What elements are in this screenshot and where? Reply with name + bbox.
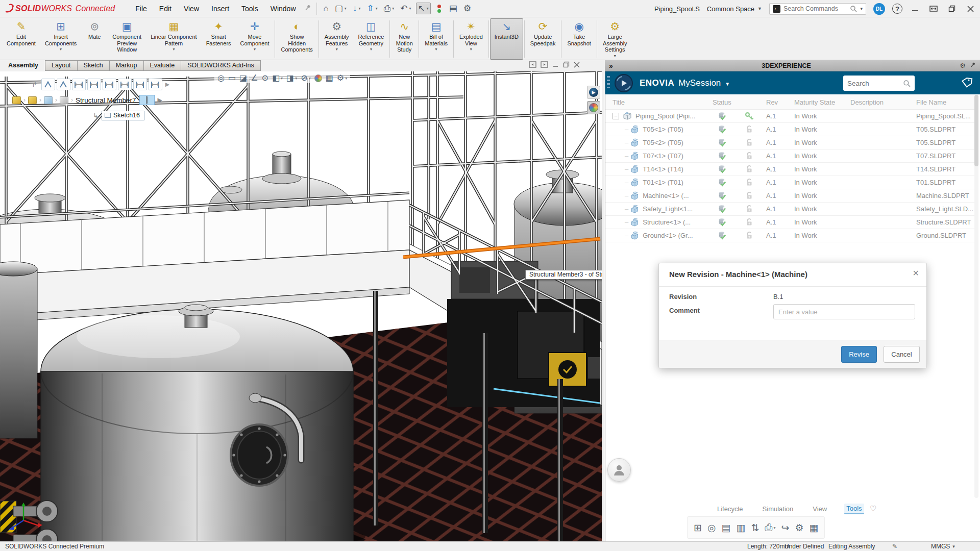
column-header-file-name[interactable]: File Name (910, 98, 976, 106)
dialog-close-icon[interactable]: ✕ (913, 268, 919, 278)
save-button[interactable]: ↓▾ (351, 3, 362, 14)
dropdown-arrow[interactable]: ▾ (614, 54, 616, 59)
exploded-view-button[interactable]: ✴ExplodedView▾ (455, 18, 487, 60)
datasheet-button[interactable]: ▦ (810, 522, 819, 534)
tank-foreground[interactable] (41, 305, 353, 541)
graphics-area[interactable]: ◎▭◪∠⊙◧▾◨▾⊘▾▦⚙▾ ↱ ▶ ›››› Structural Membe… (0, 71, 602, 541)
table-row[interactable]: –T01<1> (T01)A.1In WorkT01.SLDPRT (605, 176, 976, 189)
large-assembly-settings-button[interactable]: ⚙LargeAssemblySettings▾ (598, 18, 632, 60)
menu-edit[interactable]: Edit (153, 0, 178, 17)
smart-fasteners-button[interactable]: ✦SmartFasteners (202, 18, 236, 60)
view-orientation-button[interactable]: ◧▾ (272, 74, 283, 82)
close-button[interactable] (965, 3, 976, 14)
lifecycle-sphere-button[interactable] (587, 101, 600, 114)
bill-of-materials-button[interactable]: ▤Bill ofMaterials▾ (420, 18, 452, 60)
edit-appearance-button[interactable] (314, 74, 322, 82)
zoom-area-button[interactable]: ▭ (228, 74, 236, 82)
cancel-button[interactable]: Cancel (884, 346, 920, 363)
menu-file[interactable]: File (129, 0, 153, 17)
table-row[interactable]: –Structure<1> (...A.1In WorkStructure.SL… (605, 216, 976, 229)
dropdown-arrow[interactable]: ▾ (60, 47, 62, 52)
panel-tab-view[interactable]: View (811, 504, 829, 514)
table-row[interactable]: −Piping_Spool (Pipi...A.1In WorkPiping_S… (605, 110, 976, 123)
dropdown-arrow[interactable]: ▾ (370, 47, 372, 52)
new-motion-study-button[interactable]: ∿NewMotionStudy (391, 18, 418, 60)
table-row[interactable]: –T05<1> (T05)A.1In WorkT05.SLDPRT (605, 123, 976, 136)
new-document-button[interactable]: ▢▾ (333, 3, 348, 14)
dropdown-arrow[interactable]: ▾ (392, 6, 394, 11)
assembly-icon[interactable] (12, 96, 21, 104)
panel-pin-icon[interactable] (970, 62, 976, 69)
dropdown-arrow[interactable]: ▾ (173, 47, 175, 52)
table-row[interactable]: –Machine<1> (...A.1In WorkMachine.SLDPRT (605, 189, 976, 203)
update-speedpak-button[interactable]: ⟳UpdateSpeedpak (526, 18, 560, 60)
settings-button[interactable]: ⚙ (795, 522, 803, 534)
transfer-button[interactable]: ⇅ (751, 522, 759, 534)
tag-icon[interactable] (961, 77, 973, 90)
print-button[interactable]: ⎙▾ (765, 522, 775, 533)
dropdown-arrow[interactable]: ▾ (470, 47, 472, 52)
home-button[interactable]: ⌂ (322, 3, 330, 14)
drag-handle[interactable] (607, 76, 610, 90)
explore-button[interactable]: ◎ (707, 522, 716, 534)
reference-geometry-button[interactable]: ◫ReferenceGeometry▾ (354, 18, 389, 60)
previous-window-icon[interactable] (529, 61, 536, 69)
linear-dimension-button[interactable] (103, 79, 116, 90)
menu-tools[interactable]: Tools (235, 0, 264, 17)
zoom-fit-button[interactable]: ◎ (217, 74, 225, 82)
assistant-button[interactable] (607, 458, 631, 482)
visibility-button[interactable]: ⊙ (262, 74, 268, 82)
minimize-button[interactable] (910, 3, 921, 14)
help-button[interactable]: ? (892, 4, 902, 14)
view-settings-button[interactable]: ⚙▾ (337, 74, 347, 82)
linear-dimension-button[interactable] (118, 79, 132, 90)
move-component-button[interactable]: ✛MoveComponent▾ (236, 18, 274, 60)
doc-close-icon[interactable] (574, 62, 580, 69)
assembly-features-button[interactable]: ⚙AssemblyFeatures▾ (320, 18, 354, 60)
column-header-status[interactable]: Status (706, 98, 741, 106)
user-avatar[interactable]: DL (873, 3, 885, 15)
menu-window[interactable]: Window (264, 0, 302, 17)
tab-solidworks-add-ins[interactable]: SOLIDWORKS Add-Ins (181, 60, 261, 71)
tab-evaluate[interactable]: Evaluate (144, 60, 182, 71)
panel-scrollbar[interactable] (974, 95, 978, 498)
menu-insert[interactable]: Insert (205, 0, 235, 17)
search-dropdown-icon[interactable]: ▾ (860, 6, 863, 11)
section-view-button[interactable]: ◪ (239, 74, 247, 82)
column-header-title[interactable]: Title (605, 98, 706, 106)
breadcrumb-selected-feature[interactable] (139, 95, 155, 105)
tab-sketch[interactable]: Sketch (78, 60, 110, 71)
angle-constraint-button[interactable] (41, 79, 55, 90)
instant3d-button[interactable]: ↘Instant3D (490, 18, 523, 60)
dropdown-arrow[interactable]: ▾ (345, 76, 347, 81)
dropdown-arrow[interactable]: ▾ (336, 47, 338, 52)
options-button[interactable]: ⚙ (462, 3, 473, 14)
insert-components-button[interactable]: ⊞InsertComponents▾ (40, 18, 81, 60)
linear-dimension-button[interactable] (149, 79, 162, 90)
command-search[interactable]: ›_ ▾ (769, 3, 866, 15)
tank-far-left[interactable] (0, 262, 37, 438)
doc-minimize-icon[interactable] (552, 61, 559, 69)
span-displays-button[interactable] (928, 3, 939, 14)
expand-toggle[interactable]: − (612, 113, 619, 119)
part-icon[interactable] (28, 96, 37, 104)
feature-icon[interactable] (60, 96, 68, 104)
duplicate-button[interactable]: ⊞ (694, 522, 702, 534)
panel-tab-tools[interactable]: Tools (844, 504, 864, 514)
linear-component-pattern-button[interactable]: ▦Linear ComponentPattern▾ (146, 18, 202, 60)
tab-markup[interactable]: Markup (110, 60, 144, 71)
document-properties-button[interactable]: ▤ (448, 3, 459, 14)
tab-layout[interactable]: Layout (45, 60, 78, 71)
table-row[interactable]: –Safety_Light<1...A.1In WorkSafety_Light… (605, 203, 976, 216)
revise-button[interactable]: Revise (841, 346, 877, 363)
mate-button[interactable]: ⊚Mate (81, 18, 108, 60)
table-row[interactable]: –Ground<1> (Gr...A.1In WorkGround.SLDPRT (605, 229, 976, 242)
table-row[interactable]: –T07<1> (T07)A.1In WorkT07.SLDPRT (605, 149, 976, 163)
panel-search-input[interactable] (847, 80, 900, 87)
dropdown-arrow[interactable]: ▾ (295, 76, 297, 81)
body-icon[interactable] (44, 96, 53, 104)
print-button[interactable]: ⎙▾ (382, 3, 396, 14)
panel-tab-lifecycle[interactable]: Lifecycle (715, 504, 745, 514)
edit-component-button[interactable]: ✎EditComponent (2, 18, 40, 60)
3dexperience-compass-button[interactable]: ▶ (587, 86, 600, 99)
